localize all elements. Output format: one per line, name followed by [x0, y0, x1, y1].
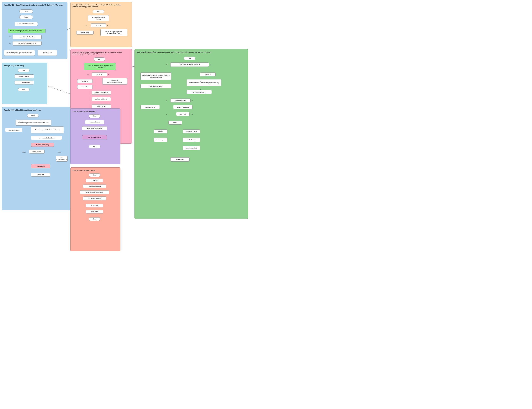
close-container: func (tx *Tx) close(err error) Start tx.… — [70, 167, 120, 251]
beginDC-create-tx: Create *Tx instance — [92, 91, 111, 95]
beginDC-execute: Excute txi, err = ctsDriverBegin(ctx, op… — [84, 63, 116, 70]
begin-title: func (db *DB) begin(ctx context.Context,… — [72, 4, 130, 8]
cts-select: select — [168, 121, 182, 125]
cts-return-ci-begin: return ci.Begin() — [140, 105, 160, 109]
closePrepared-container: func (tx *Tx) closePrepared() Start tx.s… — [70, 108, 120, 164]
cts-label-n4: N — [200, 81, 201, 82]
close-defer-unlock: defer tx.closemu.Unlock() — [80, 190, 109, 194]
rollback-close-prepared: tx.closePrepared() — [31, 143, 54, 147]
rollback-set-errbadconn: err = driver.ErrBadConn — [56, 156, 68, 162]
awaitDone-end: End — [18, 88, 29, 91]
cts-ctx-done-nil: ctx.Done() == nil — [170, 99, 190, 102]
rollback-label-true: true — [19, 121, 22, 123]
cts-label-n3: N — [191, 113, 193, 115]
begintx-loop: Loop — [19, 15, 33, 19]
close-dc-nil: tx.dc = nil — [86, 204, 103, 207]
cts-return-nil-ctx: return nil, ctx.Err() — [183, 146, 200, 150]
begintx-call-begin: tx, err = db.begin(ctx, opts, cachedOrNe… — [8, 29, 45, 33]
close-txi-nil: tx.txi = nil — [86, 210, 103, 214]
rollback-container: func (tx *Tx) rollback(discardConn bool)… — [2, 107, 70, 210]
rollback-label-true2: true — [58, 151, 61, 153]
close-start: Start — [89, 173, 100, 177]
begintx-check-err2: err == driver.ErrBadConn — [13, 41, 42, 46]
begintx-start: Start — [19, 9, 33, 13]
cts-label-y3: Y — [166, 113, 167, 115]
begin-container: func (db *DB) begin(ctx context.Context,… — [70, 2, 132, 47]
begin-conn: dc, err = db.conn(ctx, strategy) — [88, 15, 109, 21]
cts-opts-nil: opts != nil — [200, 73, 216, 76]
cts-return-final: return txi, err — [170, 157, 189, 162]
beginDC-title: func (db *DB) beginDC(ctx context.Contex… — [72, 51, 130, 55]
closePrepared-call-close: Call all Stmt.Close() — [82, 135, 107, 139]
cts-label-y2: Y — [166, 100, 167, 102]
cts-label-n: N — [210, 64, 211, 65]
rollback-return-err: return err — [31, 173, 50, 177]
close-release-conn: tx.releaseConn(err) — [83, 196, 106, 200]
close-lock: tx.closemu.Lock() — [83, 185, 106, 188]
rollback-discard-conn: discardConn — [29, 150, 45, 153]
ctsDriverBegin-container: func ctsDriverBegin(ctx context.Context,… — [135, 49, 248, 219]
begintx-return-new: return db.begin(ctx, opts, alwaysNewConn… — [4, 50, 35, 56]
cts-start: Start — [184, 57, 195, 60]
begin-return-nil: return nil, err — [76, 31, 94, 35]
canvas: func (db *DB) BeginTx(ctx context.Contex… — [0, 0, 532, 409]
cts-case-ctx: case <-ctx.Done() — [183, 129, 200, 133]
awaitDone-title: func (tx *Tx) awaitDone() — [4, 65, 45, 67]
rollback-start: Start — [27, 114, 39, 117]
beginDC-label-n: N — [108, 74, 109, 76]
closePrepared-end: End — [89, 145, 100, 148]
begin-label-y: Y — [86, 25, 87, 27]
cts-opts-check: opts.Isolation != LevelDefault || opts.R… — [187, 79, 221, 86]
cts-default: default — [154, 129, 167, 133]
cts-return-txi-default: return txi, err — [154, 138, 167, 142]
cts-label-y: Y — [166, 64, 167, 65]
awaitDone-container: func (tx *Tx) awaitDone() Start <-tx.ctx… — [2, 63, 47, 104]
beginDC-label-y: Y — [88, 74, 89, 76]
closePrepared-start: Start — [89, 114, 100, 118]
rollback-title: func (tx *Tx) rollback(discardConn bool)… — [4, 109, 68, 111]
rollback-return-errtxdone: return ErrTxDone — [5, 128, 22, 132]
rollback-execute: Excute err = tx.txi.Rollback() with lock — [31, 127, 64, 133]
begintx-container: func (db *DB) BeginTx(ctx context.Contex… — [2, 2, 67, 59]
awaitDone-rollback: tx.rollback(true) — [15, 81, 34, 84]
begin-return-beginDC: return db.beginDC(ctx, dc, dc.releaseCon… — [100, 29, 127, 36]
cts-txi-err: txi, err = ci.Begin() — [173, 105, 192, 109]
cts-create-opts: Create driver.TxOptions instance and cop… — [140, 73, 171, 80]
cts-return-err-new: return nil, errors.New() — [187, 90, 212, 94]
closePrepared-title: func (tx *Tx) closePrepared() — [72, 111, 118, 112]
awaitDone-ctx-done: <-tx.ctx.Done() — [15, 74, 34, 78]
beginDC-ctx-cancel: ctx, cancel = context.WithCancel(ctx) — [102, 78, 127, 85]
beginDC-release: release(err) — [77, 79, 93, 83]
cts-label-n2: N — [191, 100, 193, 102]
begin-check-err: err != nil — [91, 23, 106, 27]
cts-label-y4: Y — [200, 89, 201, 91]
close-end: End — [89, 217, 100, 221]
beginDC-start: Start — [94, 57, 105, 61]
cts-tx-rollback: tx.Rollback() — [183, 138, 200, 142]
begin-start: Start — [93, 10, 104, 13]
rollback-check-err: err != driver.ErrBadConn — [31, 136, 62, 140]
ctsDriverBegin-title: func ctsDriverBegin(ctx context.Context,… — [137, 51, 246, 53]
begintx-set-i: i = maxBadConnRetries — [15, 22, 38, 26]
beginDC-check-err: err != nil — [92, 73, 107, 76]
beginDC-return-tx: return tx, nil — [92, 104, 111, 108]
cts-ci-begintx: ci.BeginTx(ctx, dopts) — [140, 84, 171, 88]
cts-check-begintx: Does ci implemented BeginTx() — [170, 63, 209, 67]
closePrepared-lock: tx.stmts.Lock() — [85, 120, 104, 124]
close-cancel: tx.cancel() — [86, 179, 103, 182]
close-title: func (tx *Tx) close(err error) — [72, 169, 118, 171]
closePrepared-defer-unlock: defer tx.stmts.Unlock() — [82, 126, 107, 130]
beginDC-return-nil: return nil, err — [77, 85, 93, 89]
begintx-label-n1: N — [9, 36, 11, 37]
begintx-label-n2: N — [9, 42, 11, 44]
rollback-tx-close: tx.close(err) — [31, 164, 50, 168]
begintx-return-tx: return tx, err — [38, 50, 57, 56]
begintx-check-err1: err != driver.ErrBadConn — [13, 35, 42, 39]
rollback-label-false: false — [41, 121, 44, 123]
cts-err-nil: err == nil — [176, 112, 189, 116]
beginDC-go-await: go tx.awaitDone() — [92, 97, 111, 101]
awaitDone-start: Start — [18, 69, 29, 72]
begintx-title: func (db *DB) BeginTx(ctx context.Contex… — [4, 4, 65, 6]
rollback-label-false2: false — [22, 151, 26, 153]
begin-label-n: N — [107, 25, 108, 27]
